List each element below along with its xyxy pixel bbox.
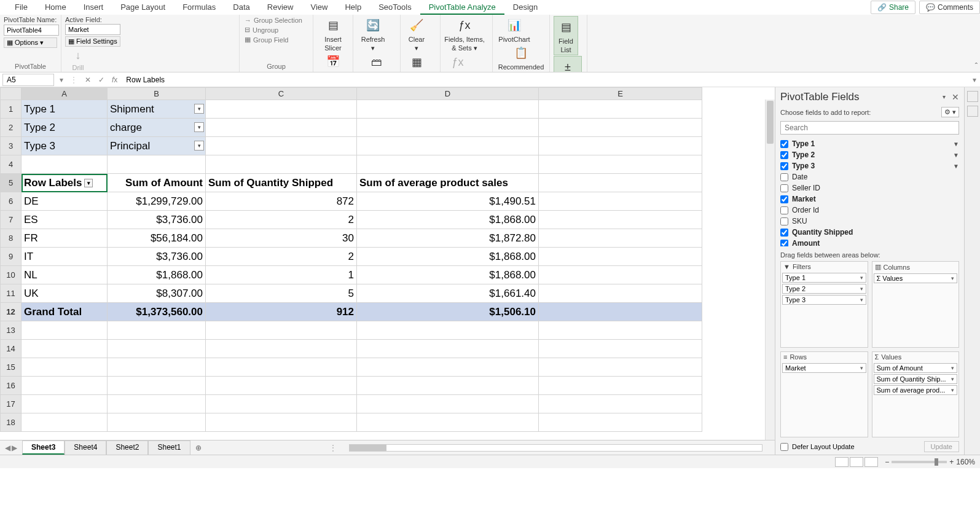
cell[interactable]: [22, 155, 108, 174]
pane-settings-button[interactable]: ⚙ ▾: [941, 107, 959, 117]
row-header-7[interactable]: 7: [1, 211, 22, 229]
field-row[interactable]: Date: [780, 171, 959, 182]
cell[interactable]: [539, 192, 702, 211]
cell[interactable]: Type 3: [22, 137, 108, 155]
formula-input[interactable]: [121, 74, 969, 85]
col-header-D[interactable]: D: [357, 88, 539, 100]
field-checkbox[interactable]: [780, 229, 788, 237]
cell[interactable]: 2: [206, 211, 357, 229]
field-row[interactable]: SKU: [780, 216, 959, 227]
cell[interactable]: [206, 100, 357, 119]
field-row[interactable]: Type 1▼: [780, 138, 959, 149]
name-box-dropdown[interactable]: ▾: [57, 76, 66, 84]
area-values[interactable]: ΣValues Sum of Amount▾Sum of Quantity Sh…: [872, 351, 960, 438]
recommended-pivottables-button[interactable]: 📋RecommendedPivotTables: [496, 44, 546, 72]
cell[interactable]: [539, 211, 702, 229]
pivot-filter-button[interactable]: ▾: [194, 104, 204, 114]
row-header-12[interactable]: 12: [1, 303, 22, 321]
tab-review[interactable]: Review: [259, 1, 302, 15]
area-item[interactable]: Market▾: [782, 363, 866, 373]
share-button[interactable]: 🔗 Share: [871, 1, 915, 14]
name-box[interactable]: A5: [2, 74, 54, 86]
update-button[interactable]: Update: [924, 441, 959, 452]
pivot-filter-button[interactable]: ▾: [194, 141, 204, 151]
cell[interactable]: [539, 303, 702, 321]
refresh-button[interactable]: 🔄Refresh▾: [357, 16, 389, 52]
cell[interactable]: [206, 358, 357, 377]
cell[interactable]: IT: [22, 248, 108, 266]
field-checkbox[interactable]: [780, 206, 788, 214]
select-all-corner[interactable]: [1, 88, 22, 100]
row-header-5[interactable]: 5: [1, 174, 22, 192]
cancel-formula-button[interactable]: ✕: [81, 76, 95, 84]
cell[interactable]: [22, 395, 108, 413]
col-header-C[interactable]: C: [206, 88, 357, 100]
cell[interactable]: Principal▾: [108, 137, 206, 155]
cell[interactable]: $1,373,560.00: [108, 303, 206, 321]
tab-data[interactable]: Data: [224, 1, 258, 15]
tab-formulas[interactable]: Formulas: [174, 1, 224, 15]
row-header-10[interactable]: 10: [1, 266, 22, 284]
cell[interactable]: Grand Total: [22, 303, 108, 321]
field-checkbox[interactable]: [780, 162, 788, 170]
field-settings-button[interactable]: ▦ Field Settings: [65, 36, 120, 47]
tab-seotools[interactable]: SeoTools: [370, 1, 420, 15]
cell[interactable]: FR: [22, 229, 108, 248]
field-row[interactable]: Market: [780, 194, 959, 205]
cell[interactable]: $8,307.00: [108, 284, 206, 303]
sheet-tab-sheet2[interactable]: Sheet2: [106, 440, 148, 455]
cell[interactable]: [539, 137, 702, 155]
cell[interactable]: [539, 358, 702, 377]
cell[interactable]: Shipment▾: [108, 100, 206, 119]
cell[interactable]: 912: [206, 303, 357, 321]
cell[interactable]: Sum of Amount: [108, 174, 206, 192]
row-labels-dropdown[interactable]: ▾: [84, 179, 93, 187]
spreadsheet-grid[interactable]: A B C D E 1Type 1Shipment▾2Type 2charge▾…: [0, 87, 702, 432]
clear-button[interactable]: 🧹Clear▾: [404, 16, 429, 52]
zoom-in-button[interactable]: +: [949, 458, 954, 466]
tab-design[interactable]: Design: [504, 1, 546, 15]
cell[interactable]: [539, 229, 702, 248]
pane-menu-button[interactable]: ▾: [943, 93, 946, 100]
cell[interactable]: [206, 413, 357, 432]
field-checkbox[interactable]: [780, 173, 788, 181]
cell[interactable]: [108, 377, 206, 395]
cell[interactable]: [108, 395, 206, 413]
row-header-18[interactable]: 18: [1, 413, 22, 432]
fx-button[interactable]: fx: [108, 76, 121, 84]
cell[interactable]: [206, 155, 357, 174]
zoom-value[interactable]: 160%: [956, 458, 975, 466]
field-row[interactable]: Type 2▼: [780, 149, 959, 160]
row-header-2[interactable]: 2: [1, 119, 22, 137]
field-row[interactable]: Type 3▼: [780, 160, 959, 171]
cell[interactable]: [357, 358, 539, 377]
cell[interactable]: ES: [22, 211, 108, 229]
cell[interactable]: $1,868.00: [357, 266, 539, 284]
cell[interactable]: Row Labels▾: [22, 174, 108, 192]
field-checkbox[interactable]: [780, 184, 788, 192]
tab-view[interactable]: View: [302, 1, 336, 15]
cell[interactable]: [206, 340, 357, 358]
cell[interactable]: [206, 137, 357, 155]
tab-insert[interactable]: Insert: [75, 1, 112, 15]
field-list-toggle[interactable]: ▤FieldList: [554, 16, 578, 55]
cell[interactable]: NL: [22, 266, 108, 284]
row-header-17[interactable]: 17: [1, 395, 22, 413]
cell[interactable]: UK: [22, 284, 108, 303]
cell[interactable]: [357, 395, 539, 413]
row-header-13[interactable]: 13: [1, 321, 22, 340]
cell[interactable]: [206, 321, 357, 340]
field-row[interactable]: Quantity Shipped: [780, 227, 959, 238]
cell[interactable]: [539, 377, 702, 395]
group-field-button[interactable]: ▦ Group Field: [243, 35, 309, 44]
cell[interactable]: [357, 100, 539, 119]
insert-timeline-button[interactable]: 📅InsertTimeline: [317, 52, 349, 72]
cell[interactable]: [22, 340, 108, 358]
area-item[interactable]: Sum of Quantity Ship...▾: [874, 374, 958, 384]
cell[interactable]: [539, 174, 702, 192]
cell[interactable]: $1,661.40: [357, 284, 539, 303]
area-item[interactable]: Sum of Amount▾: [874, 363, 958, 373]
area-filters[interactable]: ▼Filters Type 1▾Type 2▾Type 3▾: [780, 261, 868, 348]
tab-help[interactable]: Help: [336, 1, 370, 15]
field-row[interactable]: Seller ID: [780, 182, 959, 194]
